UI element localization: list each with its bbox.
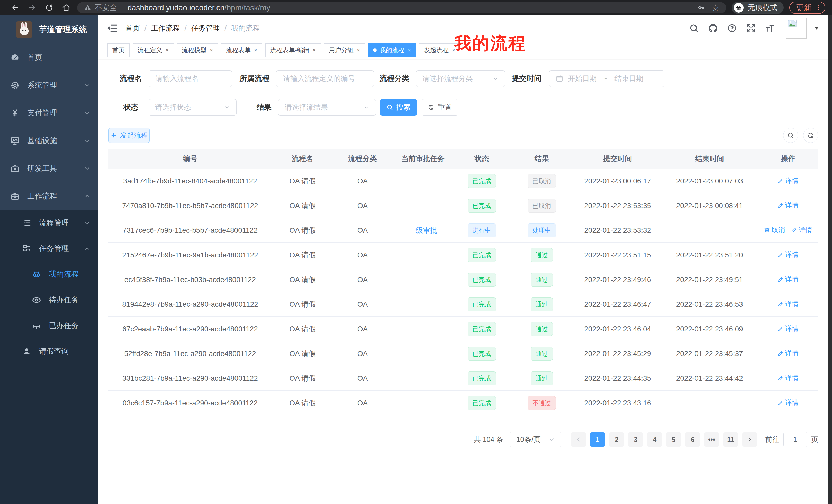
next-page-button[interactable] xyxy=(742,432,757,447)
fullscreen-icon[interactable] xyxy=(746,23,756,33)
sidebar-item-process-manage[interactable]: 流程管理 xyxy=(0,210,98,236)
github-icon[interactable] xyxy=(708,23,718,33)
trash-icon xyxy=(764,227,770,233)
cell-process-name: OA 请假 xyxy=(272,250,334,260)
detail-action[interactable]: 详情 xyxy=(778,373,799,383)
tab-流程表单[interactable]: 流程表单 × xyxy=(221,44,262,57)
task-link[interactable]: 一级审批 xyxy=(409,226,437,234)
sidebar-item-devtool[interactable]: 研发工具 xyxy=(0,155,98,183)
page-button-5[interactable]: 5 xyxy=(666,432,681,447)
prev-page-button[interactable] xyxy=(571,432,586,447)
page-content: 流程名 所属流程 流程分类 请选择流程分类 提交时间 开始日期 - xyxy=(98,59,828,504)
tab-close-icon[interactable]: × xyxy=(408,47,411,53)
status-badge: 已完成 xyxy=(468,248,496,262)
broken-image-icon xyxy=(788,20,797,27)
tab-close-icon[interactable]: × xyxy=(210,47,213,53)
browser-back-icon[interactable] xyxy=(7,3,24,13)
avatar-caret-down-icon[interactable] xyxy=(813,25,820,31)
tab-close-icon[interactable]: × xyxy=(254,47,257,53)
cell-id: 2152467e-7b9b-11ec-9a1b-acde48001122 xyxy=(108,251,272,259)
tab-我的流程[interactable]: 我的流程 × xyxy=(368,44,416,57)
password-key-icon[interactable] xyxy=(697,4,705,11)
page-button-2[interactable]: 2 xyxy=(609,432,624,447)
avatar[interactable] xyxy=(786,18,807,39)
tab-close-icon[interactable]: × xyxy=(312,47,316,53)
sidebar-item-leave-query[interactable]: 请假查询 xyxy=(0,339,98,364)
bookmark-star-icon[interactable]: ☆ xyxy=(712,3,719,12)
browser-menu-kebab-icon[interactable] xyxy=(815,4,822,11)
page-size-select[interactable]: 10条/页 xyxy=(510,432,561,447)
cell-status: 已完成 xyxy=(454,322,509,336)
tab-流程定义[interactable]: 流程定义 × xyxy=(133,44,174,57)
address-bar[interactable]: 不安全 dashboard.yudao.iocoder.cn /bpm/task… xyxy=(77,2,726,13)
cell-submit-time: 2022-01-22 23:43:16 xyxy=(574,399,661,407)
font-size-icon[interactable] xyxy=(765,23,775,33)
hamburger-icon[interactable] xyxy=(107,23,118,34)
browser-reload-icon[interactable] xyxy=(41,3,58,13)
submit-time-range-picker[interactable]: 开始日期 - 结束日期 xyxy=(549,71,665,87)
process-definition-input[interactable] xyxy=(283,74,367,83)
sidebar-item-home[interactable]: 首页 xyxy=(0,44,98,72)
cell-id: 7470a810-7b9b-11ec-b5b7-acde48001122 xyxy=(108,202,272,210)
sidebar-item-system[interactable]: 系统管理 xyxy=(0,72,98,99)
detail-action[interactable]: 详情 xyxy=(778,176,799,185)
detail-action[interactable]: 详情 xyxy=(778,300,799,309)
incognito-badge: 无痕模式 xyxy=(732,2,784,14)
cell-id: 67c2eaab-7b9a-11ec-a290-acde48001122 xyxy=(108,325,272,333)
page-ellipsis[interactable]: ••• xyxy=(704,432,719,447)
page-button-4[interactable]: 4 xyxy=(647,432,662,447)
header-search-icon[interactable] xyxy=(689,23,699,33)
detail-action[interactable]: 详情 xyxy=(791,226,812,234)
tab-用户分组[interactable]: 用户分组 × xyxy=(324,44,365,57)
detail-action[interactable]: 详情 xyxy=(778,275,799,284)
tab-close-icon[interactable]: × xyxy=(357,47,360,53)
cell-category: OA xyxy=(334,374,392,383)
show-search-toggle-button[interactable] xyxy=(783,128,798,143)
tab-close-icon[interactable]: × xyxy=(165,47,169,53)
cell-result: 通过 xyxy=(509,347,574,361)
refresh-table-button[interactable] xyxy=(803,128,818,143)
browser-home-icon[interactable] xyxy=(58,3,75,13)
detail-action[interactable]: 详情 xyxy=(778,349,799,358)
chevron-down-icon xyxy=(549,437,555,443)
search-button[interactable]: 搜索 xyxy=(380,99,417,116)
sidebar-item-todo-task[interactable]: 待办任务 xyxy=(0,287,98,313)
browser-forward-icon[interactable] xyxy=(24,3,41,13)
breadcrumb-item[interactable]: 工作流程 xyxy=(151,23,180,33)
sidebar-item-infra[interactable]: 基础设施 xyxy=(0,127,98,155)
sidebar-item-pay[interactable]: 支付管理 xyxy=(0,99,98,127)
sidebar-item-done-task[interactable]: 已办任务 xyxy=(0,313,98,339)
detail-action[interactable]: 详情 xyxy=(778,201,799,210)
app-logo[interactable]: 芋道管理系统 xyxy=(0,16,98,44)
breadcrumb-item[interactable]: 首页 xyxy=(126,23,140,33)
result-select[interactable]: 请选择流结果 xyxy=(278,99,376,116)
browser-update-button[interactable]: 更新 xyxy=(789,2,825,14)
sidebar-menu-top: 首页 系统管理 支付管理 基础设施 研发工具 工作流程 xyxy=(0,44,98,210)
category-select[interactable]: 请选择流程分类 xyxy=(416,71,505,87)
process-name-input[interactable] xyxy=(155,74,226,83)
page-button-3[interactable]: 3 xyxy=(628,432,643,447)
page-button-11[interactable]: 11 xyxy=(723,432,738,447)
not-secure-warning-icon xyxy=(84,4,92,11)
detail-action[interactable]: 详情 xyxy=(778,398,799,407)
goto-page-input[interactable] xyxy=(783,432,807,447)
detail-action[interactable]: 详情 xyxy=(778,324,799,333)
cancel-action[interactable]: 取消 xyxy=(764,226,785,234)
detail-action[interactable]: 详情 xyxy=(778,250,799,259)
page-button-1[interactable]: 1 xyxy=(590,432,605,447)
status-select[interactable]: 请选择状态 xyxy=(149,99,237,116)
edit-icon xyxy=(791,227,797,233)
window-scrollbar[interactable] xyxy=(828,16,832,504)
process-name-input-wrap xyxy=(149,71,232,87)
start-process-button[interactable]: 发起流程 xyxy=(108,128,150,143)
tab-流程模型[interactable]: 流程模型 × xyxy=(177,44,218,57)
breadcrumb-item[interactable]: 任务管理 xyxy=(191,23,220,33)
sidebar-item-my-process[interactable]: 我的流程 xyxy=(0,261,98,287)
help-icon[interactable] xyxy=(727,23,737,33)
sidebar-item-task-manage[interactable]: 任务管理 xyxy=(0,236,98,261)
page-button-6[interactable]: 6 xyxy=(685,432,700,447)
sidebar-item-workflow[interactable]: 工作流程 xyxy=(0,183,98,210)
tab-首页[interactable]: 首页 xyxy=(107,44,130,57)
reset-button[interactable]: 重置 xyxy=(422,99,458,116)
tab-流程表单-编辑[interactable]: 流程表单-编辑 × xyxy=(265,44,321,57)
